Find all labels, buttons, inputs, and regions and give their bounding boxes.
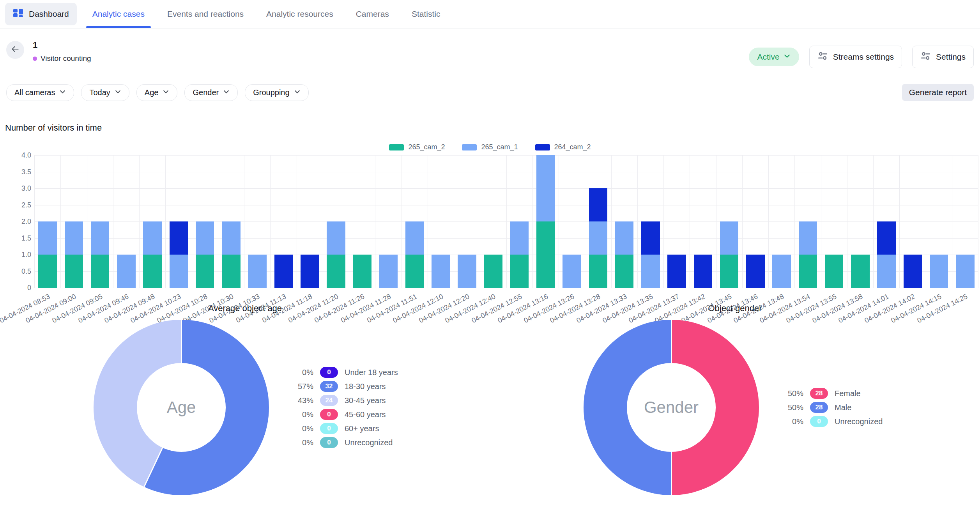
tab-statistic[interactable]: Statistic — [410, 0, 442, 28]
y-tick-label: 2.5 — [4, 201, 31, 209]
bar-segment-265-cam-1 — [458, 255, 476, 288]
bar-segment-265-cam-1 — [65, 221, 83, 255]
bar-slot: 04-04-2024 13:35 — [637, 155, 663, 288]
stacked-bar[interactable] — [746, 255, 765, 288]
bar-segment-264-cam-2 — [877, 221, 896, 255]
stacked-bar[interactable] — [38, 221, 57, 288]
stacked-bar[interactable] — [694, 255, 713, 288]
bar-segment-265-cam-1 — [563, 255, 581, 288]
settings-button[interactable]: Settings — [912, 46, 974, 68]
bar-segment-265-cam-1 — [170, 255, 188, 288]
stacked-bar[interactable] — [222, 221, 241, 288]
stacked-bar[interactable] — [667, 255, 686, 288]
bar-segment-265-cam-2 — [222, 255, 241, 288]
legend-label: 18-30 years — [345, 382, 386, 391]
stacked-bar[interactable] — [353, 255, 371, 288]
stacked-bar[interactable] — [589, 188, 608, 288]
legend-count-badge: 32 — [320, 381, 338, 392]
stacked-bar[interactable] — [65, 221, 83, 288]
stacked-bar[interactable] — [563, 255, 581, 288]
settings-label: Settings — [936, 52, 966, 62]
stacked-bar[interactable] — [117, 255, 136, 288]
donut-legend-row-under-18-years: 0%0Under 18 years — [292, 365, 398, 379]
streams-settings-button[interactable]: Streams settings — [809, 46, 902, 68]
status-dropdown[interactable]: Active — [749, 48, 799, 66]
back-button[interactable] — [6, 41, 24, 59]
stacked-bar[interactable] — [851, 255, 870, 288]
filter-label: All cameras — [14, 88, 55, 97]
bar-segment-265-cam-2 — [196, 255, 214, 288]
filter-groupping[interactable]: Groupping — [245, 84, 308, 101]
chevron-down-icon — [59, 88, 66, 97]
bar-slot: 04-04-2024 09:05 — [87, 155, 113, 288]
filter-today[interactable]: Today — [81, 84, 129, 101]
stacked-bar[interactable] — [301, 255, 319, 288]
stacked-bar[interactable] — [405, 221, 424, 288]
stacked-bar[interactable] — [196, 221, 214, 288]
donut-charts-row: Average object age Age 0%0Under 18 years… — [0, 296, 980, 495]
tab-events-and-reactions[interactable]: Events and reactions — [166, 0, 245, 28]
stacked-bar[interactable] — [170, 221, 188, 288]
legend-label: Male — [835, 403, 851, 412]
bar-segment-265-cam-2 — [851, 255, 870, 288]
stacked-bar[interactable] — [956, 255, 975, 288]
stacked-bar[interactable] — [432, 255, 450, 288]
stacked-bar[interactable] — [274, 255, 293, 288]
legend-count-badge: 0 — [320, 437, 338, 448]
y-tick-label: 2.0 — [4, 218, 31, 226]
bar-segment-265-cam-2 — [405, 255, 424, 288]
generate-report-button[interactable]: Generate report — [902, 84, 974, 101]
legend-item-265-cam-2[interactable]: 265_cam_2 — [389, 143, 445, 151]
stacked-bar[interactable] — [641, 221, 660, 288]
donut-legend-row-60-years: 0%060+ years — [292, 421, 398, 435]
sliders-icon — [920, 51, 931, 63]
stacked-bar[interactable] — [772, 255, 791, 288]
stacked-bar[interactable] — [248, 255, 267, 288]
stacked-bar[interactable] — [799, 221, 817, 288]
bar-slot: 04-04-2024 09:00 — [60, 155, 87, 288]
bar-slot: 04-04-2024 13:26 — [559, 155, 585, 288]
stacked-bar[interactable] — [484, 255, 503, 288]
gender-donut: Gender — [584, 320, 759, 495]
nav-tabs: Analytic casesEvents and reactionsAnalyt… — [91, 0, 442, 28]
bar-slot: 04-04-2024 09:48 — [139, 155, 165, 288]
legend-count-badge: 28 — [810, 388, 828, 399]
stacked-bar[interactable] — [904, 255, 922, 288]
stacked-bar[interactable] — [91, 221, 110, 288]
filter-age[interactable]: Age — [136, 84, 178, 101]
bar-segment-264-cam-2 — [301, 255, 319, 288]
tab-analytic-resources[interactable]: Analytic resources — [265, 0, 335, 28]
legend-label: 45-60 years — [345, 410, 386, 419]
bar-slot: 04-04-2024 14:25 — [952, 155, 978, 288]
stacked-bar[interactable] — [536, 155, 555, 288]
bar-slot: 04-04-2024 11:18 — [297, 155, 323, 288]
gender-chart-block: Object gender Gender 50%28Female50%28Mal… — [490, 296, 980, 495]
bar-segment-265-cam-1 — [799, 221, 817, 255]
filter-all-cameras[interactable]: All cameras — [6, 84, 74, 101]
y-tick-label: 0.5 — [4, 267, 31, 276]
stacked-bar[interactable] — [877, 221, 896, 288]
stacked-bar[interactable] — [510, 221, 529, 288]
bar-segment-265-cam-2 — [589, 255, 608, 288]
stacked-bar[interactable] — [615, 221, 634, 288]
bar-segment-265-cam-1 — [510, 221, 529, 255]
top-nav: Dashboard Analytic casesEvents and react… — [0, 0, 980, 28]
stacked-bar[interactable] — [458, 255, 476, 288]
stacked-bar[interactable] — [327, 221, 345, 288]
tab-analytic-cases[interactable]: Analytic cases — [91, 0, 146, 28]
bar-slot: 04-04-2024 11:26 — [349, 155, 375, 288]
stacked-bar[interactable] — [143, 221, 162, 288]
stacked-bar[interactable] — [930, 255, 948, 288]
legend-item-264-cam-2[interactable]: 264_cam_2 — [535, 143, 591, 151]
stacked-bar[interactable] — [379, 255, 398, 288]
tab-cameras[interactable]: Cameras — [354, 0, 391, 28]
stacked-bar[interactable] — [720, 221, 739, 288]
filter-bar: All camerasTodayAgeGenderGroupping Gener… — [0, 84, 980, 101]
bar-segment-265-cam-1 — [196, 221, 214, 255]
dashboard-button[interactable]: Dashboard — [5, 3, 77, 25]
legend-item-265-cam-1[interactable]: 265_cam_1 — [462, 143, 518, 151]
stacked-bar[interactable] — [825, 255, 844, 288]
filter-gender[interactable]: Gender — [184, 84, 238, 101]
bar-segment-265-cam-1 — [589, 221, 608, 255]
legend-percent: 50% — [782, 403, 803, 412]
